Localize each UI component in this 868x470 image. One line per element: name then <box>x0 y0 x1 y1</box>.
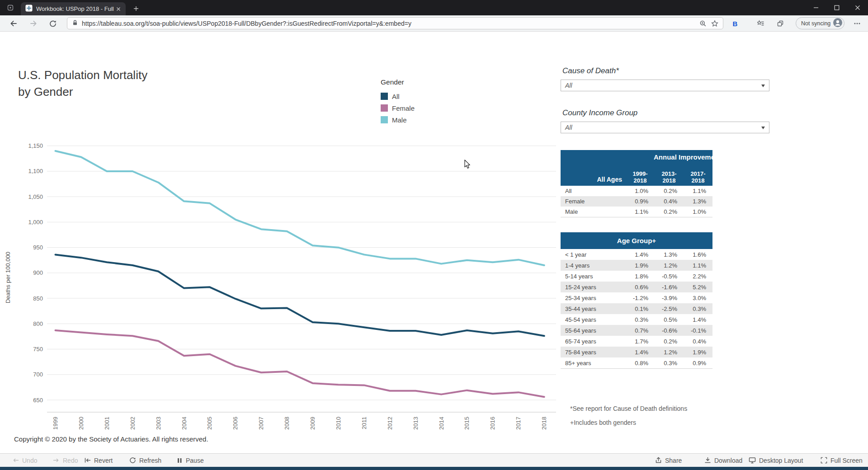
cause-of-death-dropdown[interactable]: All <box>561 80 769 91</box>
svg-text:2006: 2006 <box>232 417 239 430</box>
svg-text:1,100: 1,100 <box>28 168 43 174</box>
tableau-toolbar: Undo Redo Revert Refresh Pause Share Dow… <box>0 453 868 467</box>
browser-tab[interactable]: Workbook: USPop 2018 - Full <box>21 2 126 15</box>
favorite-star-icon[interactable] <box>711 20 718 27</box>
table-row[interactable]: 45-54 years 0.3% 0.5% 1.4% <box>561 314 712 325</box>
svg-text:1,000: 1,000 <box>28 219 43 226</box>
table-row[interactable]: 15-24 years 0.6% -1.6% 5.2% <box>561 282 712 292</box>
minimize-button[interactable] <box>806 0 826 15</box>
cause-of-death-label: Cause of Death* <box>562 66 619 75</box>
svg-text:850: 850 <box>33 295 43 302</box>
svg-text:2017: 2017 <box>515 417 522 430</box>
tab-close-icon[interactable] <box>115 5 122 13</box>
svg-text:2010: 2010 <box>335 417 342 430</box>
table-row[interactable]: 1-4 years 1.9% 1.2% 1.1% <box>561 260 712 271</box>
income-group-dropdown[interactable]: All <box>561 122 769 133</box>
svg-text:2013: 2013 <box>412 417 419 430</box>
maximize-button[interactable] <box>826 0 847 15</box>
svg-text:700: 700 <box>33 371 43 378</box>
svg-text:2009: 2009 <box>309 417 316 430</box>
zoom-icon[interactable] <box>699 20 707 27</box>
legend-swatch <box>381 104 388 112</box>
lock-icon[interactable] <box>72 19 78 28</box>
table-row[interactable]: 75-84 years 1.4% 1.2% 1.9% <box>561 347 712 357</box>
full-screen-button[interactable]: Full Screen <box>821 454 863 467</box>
svg-text:2000: 2000 <box>78 417 85 430</box>
refresh-data-button[interactable]: Refresh <box>129 454 161 467</box>
svg-text:750: 750 <box>33 346 43 352</box>
legend-swatch <box>381 116 388 123</box>
gender-legend: Gender All Female Male <box>381 78 415 126</box>
table-row[interactable]: 85+ years 0.8% 0.3% 0.9% <box>561 357 712 368</box>
dashboard-content: U.S. Population Mortality by Gender Gend… <box>0 32 868 453</box>
refresh-button[interactable] <box>47 17 59 30</box>
svg-text:1,050: 1,050 <box>28 193 43 200</box>
svg-text:2005: 2005 <box>206 417 213 430</box>
svg-text:2015: 2015 <box>463 417 470 430</box>
browser-tab-strip: Workbook: USPop 2018 - Full <box>0 0 868 15</box>
extension-b-icon[interactable]: B <box>730 19 740 28</box>
profile-button[interactable]: Not syncing <box>796 17 844 29</box>
gender-improvement-table: Annual Improvement All Ages 1999- 2018 2… <box>561 150 712 217</box>
svg-text:650: 650 <box>33 397 43 404</box>
share-button[interactable]: Share <box>655 454 682 467</box>
workspaces-icon[interactable] <box>7 5 14 13</box>
mortality-line-chart[interactable]: 6507007508008509009501,0001,0501,1001,15… <box>0 131 570 438</box>
table-row[interactable]: < 1 year 1.4% 1.3% 1.6% <box>561 249 712 260</box>
table-row[interactable]: 35-44 years 0.1% -2.5% 0.3% <box>561 303 712 314</box>
favorites-hub-icon[interactable] <box>755 17 767 30</box>
undo-button[interactable]: Undo <box>12 454 37 467</box>
footnote-cause: *See report for Cause of Death definitio… <box>570 405 687 412</box>
avatar <box>833 18 842 28</box>
more-options-icon[interactable] <box>852 18 863 29</box>
svg-text:2012: 2012 <box>387 417 393 430</box>
pause-button[interactable]: Pause <box>176 454 204 467</box>
age-group-table: Age Group+ < 1 year 1.4% 1.3% 1.6% 1-4 y… <box>561 232 712 369</box>
redo-button[interactable]: Redo <box>53 454 78 467</box>
svg-text:900: 900 <box>33 269 43 276</box>
table-row[interactable]: 55-64 years 0.7% -0.6% -0.1% <box>561 325 712 336</box>
age-group-header: Age Group+ <box>561 232 712 249</box>
svg-text:2018: 2018 <box>541 417 547 430</box>
revert-button[interactable]: Revert <box>84 454 113 467</box>
svg-text:2002: 2002 <box>129 417 136 430</box>
tab-title: Workbook: USPop 2018 - Full <box>36 5 115 12</box>
svg-text:2008: 2008 <box>283 417 290 430</box>
svg-text:800: 800 <box>33 320 43 327</box>
svg-text:2016: 2016 <box>489 417 496 430</box>
table-row[interactable]: All 1.0% 0.2% 1.1% <box>561 186 712 196</box>
table-header: Annual Improvement All Ages 1999- 2018 2… <box>561 150 712 186</box>
svg-text:Deaths per 100,000: Deaths per 100,000 <box>5 252 11 303</box>
legend-item-female[interactable]: Female <box>381 102 415 114</box>
download-button[interactable]: Download <box>704 454 742 467</box>
url-text: https://tableau.soa.org/t/soa-public/vie… <box>82 20 695 27</box>
bottom-accent-bar <box>0 467 868 470</box>
new-tab-button[interactable] <box>131 4 141 14</box>
legend-title: Gender <box>381 78 415 86</box>
legend-item-male[interactable]: Male <box>381 114 415 126</box>
svg-text:2001: 2001 <box>104 417 110 430</box>
table-row[interactable]: 25-34 years -1.2% -3.9% 3.0% <box>561 292 712 303</box>
table-row[interactable]: 5-14 years 1.8% -0.5% 2.2% <box>561 271 712 282</box>
address-bar[interactable]: https://tableau.soa.org/t/soa-public/vie… <box>67 17 723 29</box>
footnote-genders: +Includes both genders <box>570 419 636 426</box>
collections-icon[interactable] <box>774 17 787 30</box>
table-row[interactable]: Female 0.9% 0.4% 1.3% <box>561 196 712 207</box>
chevron-down-icon <box>761 127 765 129</box>
legend-item-all[interactable]: All <box>381 90 415 102</box>
table-row[interactable]: Male 1.1% 0.2% 1.0% <box>561 207 712 217</box>
income-group-label: County Income Group <box>562 108 637 118</box>
svg-text:2007: 2007 <box>258 417 264 430</box>
desktop-layout-button[interactable]: Desktop Layout <box>749 454 803 467</box>
mouse-cursor <box>464 160 472 169</box>
svg-text:2011: 2011 <box>361 417 368 429</box>
back-button[interactable] <box>7 17 20 30</box>
svg-text:2003: 2003 <box>155 417 162 430</box>
chevron-down-icon <box>761 85 765 87</box>
svg-text:1,150: 1,150 <box>28 142 43 149</box>
legend-swatch <box>381 93 388 100</box>
table-row[interactable]: 65-74 years 1.7% 0.2% 0.4% <box>561 336 712 347</box>
close-button[interactable] <box>847 0 868 15</box>
forward-button[interactable] <box>27 17 40 30</box>
svg-text:2004: 2004 <box>181 417 188 430</box>
